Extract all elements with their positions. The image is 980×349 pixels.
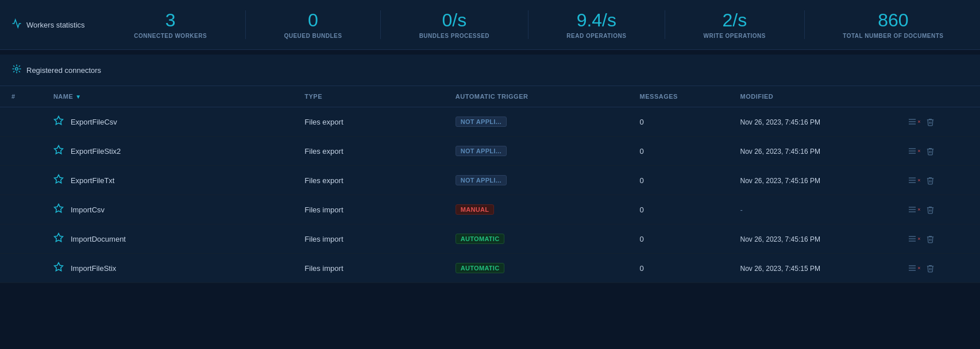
row-number (0, 107, 42, 137)
delete-button[interactable] (926, 235, 935, 243)
row-trigger: AUTOMATIC (444, 254, 628, 283)
table-row: ExportFileStix2 Files export NOT APPLI..… (0, 137, 980, 166)
table-row: ImportFileStix Files import AUTOMATIC 0 … (0, 254, 980, 283)
metric-label-3: READ OPERATIONS (566, 33, 626, 39)
modified-dash: - (740, 205, 743, 214)
trigger-badge: AUTOMATIC (456, 263, 505, 273)
connectors-icon (11, 64, 22, 76)
modified-val: Nov 26, 2023, 7:45:16 PM (740, 235, 820, 243)
row-modified: Nov 26, 2023, 7:45:16 PM (729, 107, 897, 137)
row-actions: × (896, 137, 980, 166)
row-messages: 0 (628, 107, 729, 137)
row-trigger: NOT APPLI... (444, 107, 628, 137)
delete-button[interactable] (926, 147, 935, 156)
connectors-table: # NAME ▼ TYPE AUTOMATIC TRIGGER MESSAGES… (0, 86, 980, 283)
row-modified: Nov 26, 2023, 7:45:16 PM (729, 137, 897, 166)
metric-label-4: WRITE OPERATIONS (704, 33, 766, 39)
row-trigger: AUTOMATIC (444, 224, 628, 254)
workers-icon (11, 18, 22, 32)
row-type: Files export (293, 137, 443, 166)
delete-button[interactable] (926, 205, 935, 214)
actions-list-button[interactable]: × (908, 205, 920, 214)
row-number (0, 137, 42, 166)
svg-marker-21 (54, 263, 63, 271)
table-row: ExportFileCsv Files export NOT APPLI... … (0, 107, 980, 137)
metric-label-1: QUEUED BUNDLES (284, 33, 342, 39)
actions-cell: × (908, 263, 969, 273)
connectors-panel: Registered connectors # NAME ▼ TYPE AUTO… (0, 55, 980, 283)
connector-row-icon (53, 174, 64, 187)
row-name-cell: ImportFileStix (42, 254, 293, 283)
connector-row-icon (53, 232, 64, 245)
row-type: Files import (293, 195, 443, 224)
stats-title-area: Workers statistics (11, 18, 115, 32)
connector-name: ImportDocument (71, 235, 126, 243)
connector-row-icon (53, 115, 64, 128)
metric-divider-3 (528, 10, 528, 39)
actions-list-button[interactable]: × (908, 234, 920, 243)
col-header-type: TYPE (293, 86, 443, 107)
row-type: Files export (293, 166, 443, 195)
delete-button[interactable] (926, 176, 935, 185)
metric-value-2: 0/s (442, 11, 466, 29)
row-type: Files export (293, 107, 443, 137)
connectors-header: Registered connectors (0, 55, 980, 86)
metric-item-1: 0 QUEUED BUNDLES (284, 11, 342, 39)
delete-button[interactable] (926, 264, 935, 273)
row-messages: 0 (628, 224, 729, 254)
actions-cell: × (908, 176, 969, 185)
modified-val: Nov 26, 2023, 7:45:16 PM (740, 177, 820, 185)
stats-panel: Workers statistics 3 CONNECTED WORKERS 0… (0, 0, 980, 50)
connector-name: ExportFileCsv (71, 118, 117, 126)
modified-val: Nov 26, 2023, 7:45:16 PM (740, 148, 820, 156)
row-modified: Nov 26, 2023, 7:45:16 PM (729, 166, 897, 195)
row-actions: × (896, 107, 980, 137)
metric-item-0: 3 CONNECTED WORKERS (134, 11, 207, 39)
row-actions: × (896, 166, 980, 195)
connector-row-icon (53, 145, 64, 157)
table-row: ImportDocument Files import AUTOMATIC 0 … (0, 224, 980, 254)
table-header-row: # NAME ▼ TYPE AUTOMATIC TRIGGER MESSAGES… (0, 86, 980, 107)
actions-list-button[interactable]: × (908, 117, 920, 126)
col-header-number: # (0, 86, 42, 107)
stats-title-row: Workers statistics (11, 18, 85, 32)
row-name-cell: ImportDocument (42, 224, 293, 254)
metric-item-2: 0/s BUNDLES PROCESSED (419, 11, 489, 39)
metric-value-1: 0 (308, 11, 318, 29)
row-name-cell: ExportFileStix2 (42, 137, 293, 166)
row-number (0, 224, 42, 254)
svg-marker-5 (54, 146, 63, 154)
row-messages: 0 (628, 195, 729, 224)
svg-marker-9 (54, 175, 63, 183)
row-trigger: MANUAL (444, 195, 628, 224)
metric-label-5: TOTAL NUMBER OF DOCUMENTS (843, 33, 943, 39)
trigger-badge: NOT APPLI... (456, 146, 507, 156)
stats-metrics: 3 CONNECTED WORKERS 0 QUEUED BUNDLES 0/s… (115, 10, 963, 39)
actions-cell: × (908, 117, 969, 126)
metric-value-3: 9.4/s (577, 11, 616, 29)
row-type: Files import (293, 254, 443, 283)
connector-row-icon (53, 203, 64, 216)
col-header-modified: MODIFIED (729, 86, 897, 107)
modified-val: Nov 26, 2023, 7:45:16 PM (740, 118, 820, 126)
svg-marker-17 (54, 234, 63, 242)
table-row: ImportCsv Files import MANUAL 0 - × (0, 195, 980, 224)
row-number (0, 254, 42, 283)
col-header-name[interactable]: NAME ▼ (42, 86, 293, 107)
trigger-badge: MANUAL (456, 204, 494, 215)
row-name-cell: ExportFileCsv (42, 107, 293, 137)
metric-item-3: 9.4/s READ OPERATIONS (566, 11, 626, 39)
row-number (0, 166, 42, 195)
metric-value-4: 2/s (722, 11, 747, 29)
metric-divider-2 (380, 10, 381, 39)
trigger-badge: NOT APPLI... (456, 175, 507, 185)
col-header-trigger: AUTOMATIC TRIGGER (444, 86, 628, 107)
actions-list-button[interactable]: × (908, 146, 920, 156)
connectors-title: Registered connectors (26, 66, 101, 75)
actions-list-button[interactable]: × (908, 176, 920, 185)
metric-value-5: 860 (878, 11, 908, 29)
row-number (0, 195, 42, 224)
delete-button[interactable] (926, 118, 935, 126)
actions-cell: × (908, 234, 969, 243)
actions-list-button[interactable]: × (908, 263, 920, 273)
